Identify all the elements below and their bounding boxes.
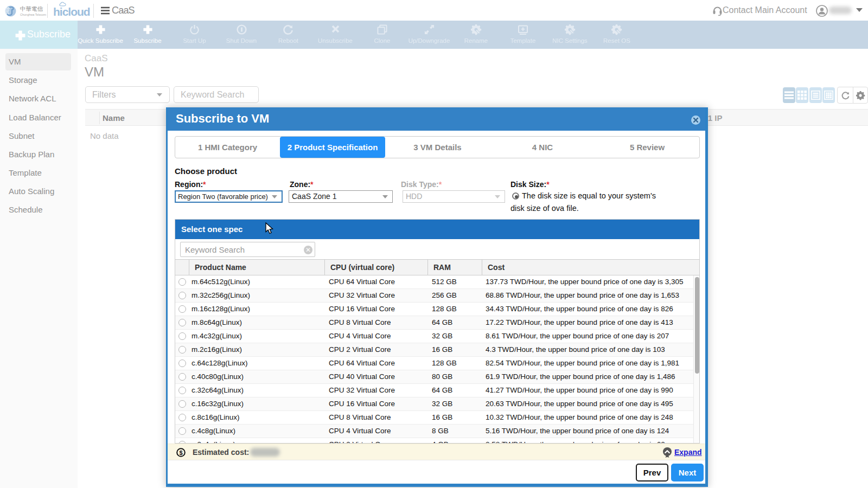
svg-text:$: $ bbox=[179, 450, 182, 456]
